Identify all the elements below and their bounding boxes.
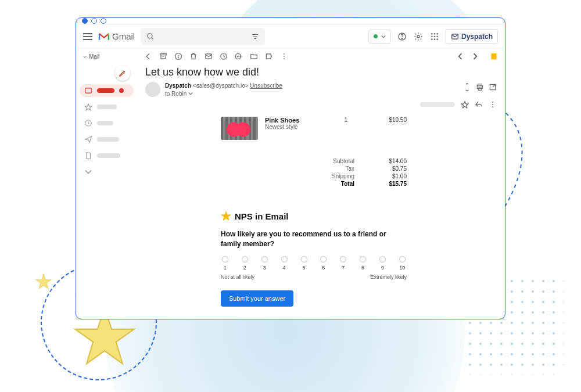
apps-icon[interactable] (429, 31, 440, 42)
sidebar-item-starred[interactable] (80, 100, 134, 113)
window-dot (82, 18, 88, 24)
nps-option[interactable]: 7 (340, 256, 346, 271)
svg-point-18 (436, 35, 438, 37)
star-outline-icon[interactable] (461, 100, 469, 109)
nps-option[interactable]: 6 (320, 256, 327, 271)
svg-marker-45 (221, 211, 231, 221)
sidebar-item-snoozed[interactable] (80, 117, 134, 130)
print-icon[interactable] (476, 83, 484, 91)
sidebar-item-sent[interactable] (80, 133, 134, 146)
radio-icon[interactable] (340, 256, 346, 262)
svg-point-5 (148, 33, 152, 38)
window-dot (101, 18, 106, 24)
svg-point-21 (436, 38, 438, 40)
menu-icon[interactable] (83, 33, 92, 40)
total-label: Total (221, 181, 372, 187)
svg-point-29 (178, 57, 179, 58)
label-icon[interactable] (265, 52, 273, 60)
keep-icon[interactable] (490, 52, 498, 60)
next-icon[interactable] (471, 52, 479, 60)
more-icon[interactable] (280, 52, 288, 60)
chevron-down-icon[interactable] (188, 91, 193, 96)
mail-section-label[interactable]: Mail (80, 52, 134, 62)
back-icon[interactable] (144, 52, 152, 60)
order-totals: Subtotal $14.00 Tax $0.75 Shipping $1.00 (221, 157, 407, 188)
svg-point-43 (492, 104, 493, 105)
search-input[interactable] (159, 33, 246, 41)
nps-high-label: Extremely likely (370, 274, 407, 280)
tax-label: Tax (221, 166, 372, 172)
submit-button[interactable]: Submit your answer (221, 290, 293, 307)
email-subject: Let us know how we did! (137, 64, 505, 82)
radio-icon[interactable] (399, 256, 406, 262)
settings-icon[interactable] (413, 31, 424, 42)
nps-scale: 1 2 3 4 5 6 7 8 9 10 (221, 256, 407, 271)
svg-point-13 (431, 33, 433, 35)
search-options-icon[interactable] (251, 33, 259, 41)
sidebar-item-drafts[interactable] (80, 149, 134, 162)
add-task-icon[interactable] (235, 52, 243, 60)
more-icon[interactable] (489, 100, 497, 109)
nps-question: How likely are you to recommend us to a … (221, 229, 407, 249)
nps-option[interactable]: 5 (301, 256, 307, 271)
sender-row: Dyspatch <sales@dyspatch.io> Unsubscribe… (137, 82, 463, 100)
chevron-down-icon (83, 55, 87, 59)
prev-icon[interactable] (456, 52, 464, 60)
svg-point-20 (434, 38, 436, 40)
search-bar[interactable] (141, 28, 265, 45)
file-icon (84, 152, 92, 160)
nps-option[interactable]: 2 (242, 256, 248, 271)
message-pane: Let us know how we did! Dyspatch <sales@… (137, 49, 505, 319)
radio-icon[interactable] (379, 256, 386, 262)
message-toolbar (137, 49, 505, 64)
nps-option[interactable]: 3 (261, 256, 268, 271)
status-selector[interactable] (368, 30, 391, 44)
radio-icon[interactable] (301, 256, 307, 262)
sidebar-label-placeholder (97, 88, 114, 93)
sidebar-label-placeholder (97, 105, 117, 109)
reply-icon[interactable] (475, 100, 483, 109)
nps-heading: NPS in Email (235, 211, 289, 221)
radio-icon[interactable] (360, 256, 366, 262)
radio-icon[interactable] (320, 256, 327, 262)
sender-email: <sales@dyspatch.io> (193, 82, 249, 89)
svg-point-33 (284, 53, 285, 55)
timestamp-placeholder (420, 102, 455, 107)
help-icon[interactable] (397, 31, 407, 42)
browser-window: Gmail (76, 17, 505, 319)
nps-option[interactable]: 8 (360, 256, 366, 271)
compose-button[interactable] (115, 66, 130, 81)
unsubscribe-link[interactable]: Unsubscribe (250, 82, 282, 89)
chevron-down-icon (381, 34, 386, 39)
sidebar: Mail (76, 49, 137, 319)
nps-option[interactable]: 10 (399, 256, 406, 271)
radio-icon[interactable] (242, 256, 248, 262)
svg-point-44 (492, 106, 493, 107)
svg-marker-41 (461, 102, 468, 108)
svg-marker-24 (85, 104, 92, 110)
svg-point-34 (284, 56, 285, 57)
nps-option[interactable]: 1 (222, 256, 228, 271)
shipping-label: Shipping (221, 173, 372, 179)
open-new-icon[interactable] (489, 83, 497, 91)
sidebar-item-more[interactable] (80, 166, 134, 178)
gmail-header: Gmail (76, 24, 505, 49)
expand-icon[interactable] (463, 83, 471, 91)
nps-option[interactable]: 4 (281, 256, 288, 271)
mark-unread-icon[interactable] (205, 52, 213, 60)
archive-icon[interactable] (159, 52, 167, 60)
nps-option[interactable]: 9 (379, 256, 386, 271)
delete-icon[interactable] (189, 52, 198, 60)
sidebar-item-inbox[interactable] (80, 84, 134, 97)
radio-icon[interactable] (261, 256, 268, 262)
radio-icon[interactable] (281, 256, 288, 262)
svg-point-17 (434, 35, 436, 37)
spam-icon[interactable] (174, 52, 182, 60)
product-price: $10.50 (354, 117, 407, 123)
svg-rect-23 (85, 88, 92, 93)
dyspatch-badge[interactable]: Dyspatch (446, 29, 498, 44)
snooze-icon[interactable] (220, 52, 228, 60)
radio-icon[interactable] (222, 256, 228, 262)
pencil-icon (119, 69, 127, 77)
move-icon[interactable] (250, 52, 258, 60)
